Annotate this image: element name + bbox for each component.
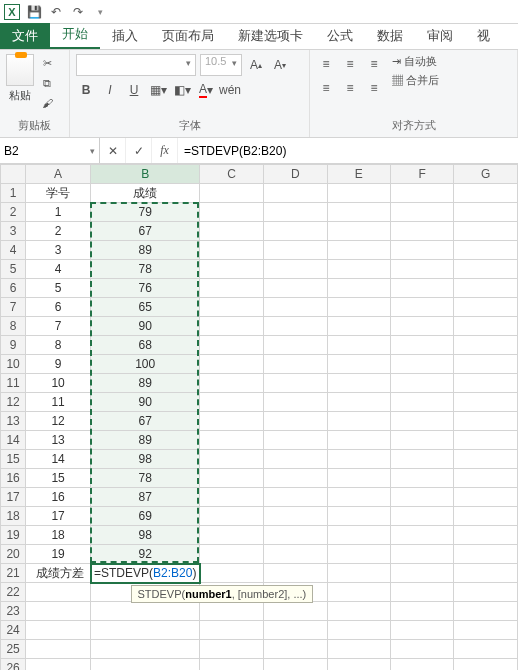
cell-C12[interactable] — [200, 393, 264, 412]
cell-G23[interactable] — [454, 602, 518, 621]
cell-C20[interactable] — [200, 545, 264, 564]
cell-B13[interactable]: 67 — [91, 412, 200, 431]
tab-insert[interactable]: 插入 — [100, 23, 150, 49]
spreadsheet-grid[interactable]: ABCDEFG1学号成绩2179326743895478657676658790… — [0, 164, 518, 670]
cell-B23[interactable] — [91, 602, 200, 621]
cell-G3[interactable] — [454, 222, 518, 241]
cell-D18[interactable] — [263, 507, 327, 526]
row-header-1[interactable]: 1 — [1, 184, 26, 203]
cell-C25[interactable] — [200, 640, 264, 659]
row-header-22[interactable]: 22 — [1, 583, 26, 602]
cell-F16[interactable] — [390, 469, 453, 488]
cell-F19[interactable] — [390, 526, 453, 545]
row-header-11[interactable]: 11 — [1, 374, 26, 393]
cell-E15[interactable] — [327, 450, 390, 469]
cell-G9[interactable] — [454, 336, 518, 355]
row-header-18[interactable]: 18 — [1, 507, 26, 526]
cell-E11[interactable] — [327, 374, 390, 393]
cell-C9[interactable] — [200, 336, 264, 355]
cell-B14[interactable]: 89 — [91, 431, 200, 450]
tab-review[interactable]: 审阅 — [415, 23, 465, 49]
cell-G2[interactable] — [454, 203, 518, 222]
cell-C19[interactable] — [200, 526, 264, 545]
cell-B18[interactable]: 69 — [91, 507, 200, 526]
increase-font-icon[interactable]: A▴ — [246, 55, 266, 75]
cell-F6[interactable] — [390, 279, 453, 298]
cell-B11[interactable]: 89 — [91, 374, 200, 393]
cell-D3[interactable] — [263, 222, 327, 241]
cell-F3[interactable] — [390, 222, 453, 241]
cell-G18[interactable] — [454, 507, 518, 526]
undo-icon[interactable]: ↶ — [48, 4, 64, 20]
cell-B24[interactable] — [91, 621, 200, 640]
redo-icon[interactable]: ↷ — [70, 4, 86, 20]
tab-home[interactable]: 开始 — [50, 21, 100, 49]
decrease-font-icon[interactable]: A▾ — [270, 55, 290, 75]
row-header-19[interactable]: 19 — [1, 526, 26, 545]
cell-C10[interactable] — [200, 355, 264, 374]
row-header-10[interactable]: 10 — [1, 355, 26, 374]
select-all-corner[interactable] — [1, 165, 26, 184]
tab-formulas[interactable]: 公式 — [315, 23, 365, 49]
cell-F25[interactable] — [390, 640, 453, 659]
cell-G5[interactable] — [454, 260, 518, 279]
row-header-17[interactable]: 17 — [1, 488, 26, 507]
row-header-13[interactable]: 13 — [1, 412, 26, 431]
copy-icon[interactable]: ⧉ — [38, 74, 56, 92]
cell-B15[interactable]: 98 — [91, 450, 200, 469]
cell-D26[interactable] — [263, 659, 327, 671]
row-header-7[interactable]: 7 — [1, 298, 26, 317]
cell-B20[interactable]: 92 — [91, 545, 200, 564]
fill-color-button[interactable]: ◧▾ — [172, 80, 192, 100]
cell-A16[interactable]: 15 — [26, 469, 91, 488]
align-middle-icon[interactable]: ≡ — [340, 54, 360, 74]
cell-A20[interactable]: 19 — [26, 545, 91, 564]
row-header-26[interactable]: 26 — [1, 659, 26, 671]
cell-C15[interactable] — [200, 450, 264, 469]
cell-D1[interactable] — [263, 184, 327, 203]
tab-data[interactable]: 数据 — [365, 23, 415, 49]
cell-G15[interactable] — [454, 450, 518, 469]
cell-B4[interactable]: 89 — [91, 241, 200, 260]
cell-D7[interactable] — [263, 298, 327, 317]
cell-C11[interactable] — [200, 374, 264, 393]
cell-A23[interactable] — [26, 602, 91, 621]
tab-custom[interactable]: 新建选项卡 — [226, 23, 315, 49]
cell-F17[interactable] — [390, 488, 453, 507]
cell-G13[interactable] — [454, 412, 518, 431]
cell-C7[interactable] — [200, 298, 264, 317]
cell-B8[interactable]: 90 — [91, 317, 200, 336]
align-left-icon[interactable]: ≡ — [316, 78, 336, 98]
cell-B25[interactable] — [91, 640, 200, 659]
cell-F2[interactable] — [390, 203, 453, 222]
cell-A8[interactable]: 7 — [26, 317, 91, 336]
cell-A7[interactable]: 6 — [26, 298, 91, 317]
cell-E13[interactable] — [327, 412, 390, 431]
cell-B26[interactable] — [91, 659, 200, 671]
cell-F20[interactable] — [390, 545, 453, 564]
cell-E18[interactable] — [327, 507, 390, 526]
cell-F8[interactable] — [390, 317, 453, 336]
cell-D13[interactable] — [263, 412, 327, 431]
cell-C16[interactable] — [200, 469, 264, 488]
cell-B9[interactable]: 68 — [91, 336, 200, 355]
cell-G20[interactable] — [454, 545, 518, 564]
cell-A11[interactable]: 10 — [26, 374, 91, 393]
col-header-G[interactable]: G — [454, 165, 518, 184]
cell-B5[interactable]: 78 — [91, 260, 200, 279]
cell-A19[interactable]: 18 — [26, 526, 91, 545]
qat-dropdown-icon[interactable]: ▾ — [92, 4, 108, 20]
cell-D17[interactable] — [263, 488, 327, 507]
align-center-icon[interactable]: ≡ — [340, 78, 360, 98]
cell-A14[interactable]: 13 — [26, 431, 91, 450]
cell-E3[interactable] — [327, 222, 390, 241]
row-header-9[interactable]: 9 — [1, 336, 26, 355]
bold-button[interactable]: B — [76, 80, 96, 100]
cell-D24[interactable] — [263, 621, 327, 640]
row-header-12[interactable]: 12 — [1, 393, 26, 412]
cell-E21[interactable] — [327, 564, 390, 583]
cell-C21[interactable] — [200, 564, 264, 583]
cell-D21[interactable] — [263, 564, 327, 583]
cell-D10[interactable] — [263, 355, 327, 374]
cell-B21[interactable]: =STDEVP(B2:B20) — [91, 564, 200, 583]
